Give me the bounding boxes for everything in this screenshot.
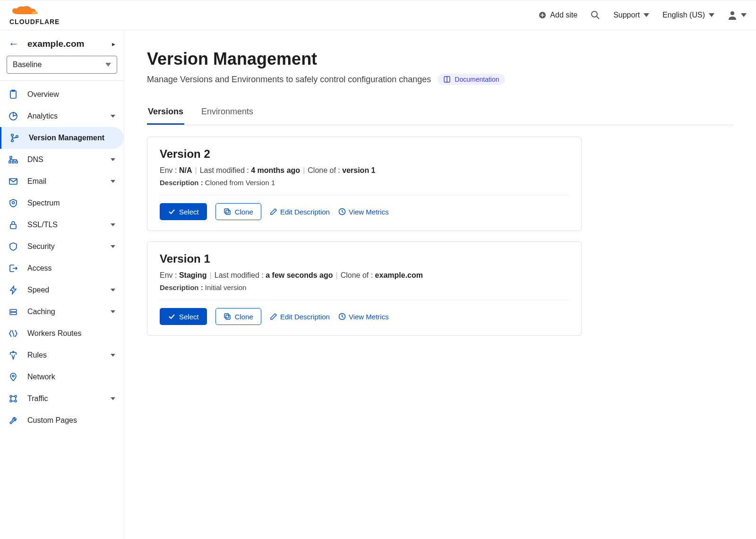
caret-down-icon <box>741 13 747 17</box>
view-metrics-link[interactable]: View Metrics <box>338 208 389 216</box>
svg-rect-29 <box>226 210 230 214</box>
sidebar-item-network[interactable]: Network <box>0 366 124 388</box>
sidebar-item-label: Workers Routes <box>27 329 115 338</box>
lock-icon <box>9 220 18 230</box>
sidebar-item-ssl-tls[interactable]: SSL/TLS <box>0 214 124 236</box>
svg-rect-30 <box>224 209 229 213</box>
svg-point-8 <box>11 140 13 142</box>
version-description: Description : Cloned from Version 1 <box>160 179 569 187</box>
bolt-icon <box>9 285 18 295</box>
version-meta: Env : N/A|Last modified : 4 months ago|C… <box>160 166 569 175</box>
tabs: Versions Environments <box>147 102 733 125</box>
sidebar-item-traffic[interactable]: Traffic <box>0 388 124 410</box>
svg-line-2 <box>597 17 599 19</box>
clone-label: Clone <box>235 208 253 216</box>
tab-versions[interactable]: Versions <box>147 102 184 125</box>
caret-down-icon <box>111 158 115 161</box>
sidebar-item-label: Network <box>27 373 115 381</box>
sidebar-item-spectrum[interactable]: Spectrum <box>0 192 124 214</box>
version-title: Version 2 <box>160 147 569 161</box>
back-arrow-icon[interactable]: ← <box>9 39 19 49</box>
language-label: English (US) <box>662 11 705 19</box>
sidebar-item-dns[interactable]: DNS <box>0 149 124 171</box>
select-label: Select <box>179 313 199 321</box>
sidebar-item-label: Caching <box>27 308 101 316</box>
support-dropdown[interactable]: Support <box>613 11 649 19</box>
version-title: Version 1 <box>160 252 569 265</box>
svg-rect-33 <box>224 314 229 318</box>
site-selector-row[interactable]: ← example.com ▸ <box>0 39 124 56</box>
sidebar-item-rules[interactable]: Rules <box>0 344 124 366</box>
pencil-icon <box>270 313 277 320</box>
svg-rect-17 <box>10 309 17 312</box>
svg-rect-10 <box>10 156 12 158</box>
clone-label: Clone <box>235 313 253 321</box>
sidebar-item-analytics[interactable]: Analytics <box>0 105 124 127</box>
svg-point-3 <box>730 11 734 15</box>
svg-point-19 <box>11 310 12 311</box>
select-label: Select <box>179 208 199 216</box>
sidebar: ← example.com ▸ Baseline OverviewAnalyti… <box>0 30 124 539</box>
svg-point-26 <box>15 400 17 402</box>
sidebar-item-caching[interactable]: Caching <box>0 301 124 323</box>
clone-button[interactable]: Clone <box>215 203 261 220</box>
sidebar-item-security[interactable]: Security <box>0 236 124 257</box>
caret-down-icon <box>111 180 115 183</box>
svg-point-25 <box>10 400 12 402</box>
sidebar-item-overview[interactable]: Overview <box>0 84 124 105</box>
page-title: Version Management <box>147 49 733 69</box>
caret-down-icon <box>111 245 115 248</box>
sidebar-item-speed[interactable]: Speed <box>0 279 124 301</box>
clone-button[interactable]: Clone <box>215 308 261 325</box>
pin-icon <box>9 372 18 382</box>
branch-icon <box>10 133 19 143</box>
page-subtitle: Manage Versions and Environments to safe… <box>147 75 431 85</box>
svg-rect-12 <box>12 161 14 163</box>
view-metrics-link[interactable]: View Metrics <box>338 313 389 321</box>
sidebar-item-label: Speed <box>27 286 101 294</box>
svg-point-7 <box>11 134 13 136</box>
svg-rect-32 <box>226 315 230 319</box>
sidebar-item-workers-routes[interactable]: Workers Routes <box>0 323 124 344</box>
sidebar-item-label: Access <box>27 264 115 273</box>
sidebar-item-access[interactable]: Access <box>0 257 124 279</box>
support-label: Support <box>613 11 640 19</box>
version-description: Description : Initial version <box>160 283 569 291</box>
sidebar-item-custom-pages[interactable]: Custom Pages <box>0 410 124 431</box>
version-selector[interactable]: Baseline <box>7 56 117 74</box>
svg-point-24 <box>15 395 17 397</box>
edit-description-link[interactable]: Edit Description <box>270 313 330 321</box>
caret-down-icon <box>709 13 714 17</box>
brand-logo[interactable]: CLOUDFLARE <box>9 5 60 26</box>
mail-icon <box>9 177 18 186</box>
svg-point-23 <box>10 395 12 397</box>
rules-icon <box>9 351 18 360</box>
documentation-chip[interactable]: Documentation <box>438 74 505 85</box>
edit-label: Edit Description <box>280 208 330 216</box>
plus-circle-icon <box>539 11 546 19</box>
caret-down-icon <box>111 397 115 400</box>
sidebar-item-email[interactable]: Email <box>0 171 124 192</box>
metrics-label: View Metrics <box>349 313 389 321</box>
sidebar-item-version-management[interactable]: Version Management <box>0 127 124 149</box>
add-site-button[interactable]: Add site <box>539 11 577 19</box>
select-button[interactable]: Select <box>160 203 207 220</box>
edit-description-link[interactable]: Edit Description <box>270 208 330 216</box>
tab-environments[interactable]: Environments <box>200 102 254 125</box>
search-button[interactable] <box>591 10 600 20</box>
sidebar-nav: OverviewAnalyticsVersion ManagementDNSEm… <box>0 81 124 431</box>
documentation-label: Documentation <box>455 76 499 83</box>
search-icon <box>591 10 600 20</box>
account-dropdown[interactable] <box>728 10 747 20</box>
site-name: example.com <box>27 39 103 49</box>
clock-icon <box>338 313 346 320</box>
dns-icon <box>9 155 18 164</box>
svg-point-22 <box>12 375 14 377</box>
language-dropdown[interactable]: English (US) <box>662 11 714 19</box>
svg-point-15 <box>12 202 15 204</box>
svg-rect-13 <box>16 161 17 163</box>
wrench-icon <box>9 416 18 425</box>
select-button[interactable]: Select <box>160 308 207 325</box>
sidebar-item-label: Traffic <box>27 394 101 403</box>
check-icon <box>168 208 175 215</box>
